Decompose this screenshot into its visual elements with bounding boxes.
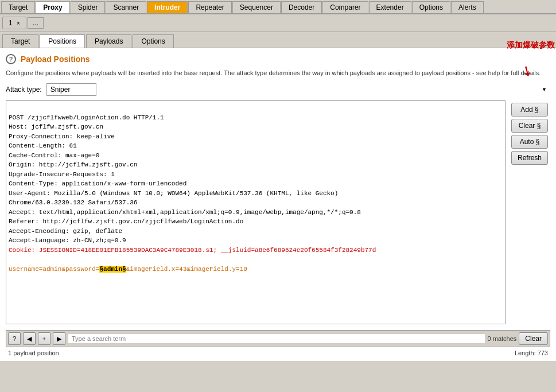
add-section-button[interactable]: Add § [511, 103, 548, 117]
annotation-arrow: ➘ [518, 61, 536, 81]
request-param-line-prefix: username=admin&password= [9, 266, 99, 273]
attack-type-select[interactable]: Sniper Battering ram Pitchfork Cluster b… [46, 83, 96, 96]
sub-tab-positions[interactable]: Positions [40, 34, 85, 48]
section-header: ? Payload Positions [6, 54, 550, 64]
sub-tabs: Target Positions Payloads Options [0, 32, 556, 48]
top-nav: Target Proxy Spider Scanner Intruder Rep… [0, 0, 556, 14]
section-description: Configure the positions where payloads w… [6, 69, 550, 77]
search-prev-button[interactable]: ? [8, 332, 21, 345]
search-back-button[interactable]: ◀ [23, 332, 36, 345]
secondary-row: 1 × ... [0, 14, 556, 32]
section-title: Payload Positions [21, 55, 90, 64]
tab-scanner[interactable]: Scanner [106, 1, 146, 13]
tab-comparer[interactable]: Comparer [322, 1, 368, 13]
search-clear-button[interactable]: Clear [519, 332, 548, 345]
request-cookie-line: Cookie: JSESSIONID=418EE01EFB185539DAC3A… [9, 247, 376, 254]
tab-repeater[interactable]: Repeater [188, 1, 231, 13]
attack-type-label: Attack type: [6, 86, 42, 94]
request-editor[interactable]: POST /zjjcflfwweb/LoginAction.do HTTP/1.… [6, 101, 505, 324]
session-tab-1-label: 1 [9, 19, 13, 27]
attack-type-select-wrapper: Sniper Battering ram Pitchfork Cluster b… [46, 83, 550, 96]
auto-section-button[interactable]: Auto § [511, 135, 548, 149]
search-bar: ? ◀ + ▶ 0 matches Clear [6, 330, 550, 347]
side-buttons: Add § Clear § Auto § Refresh [509, 100, 550, 328]
search-matches: 0 matches [488, 335, 517, 342]
sub-tab-target[interactable]: Target [2, 34, 38, 48]
session-tab-1-close[interactable]: × [17, 20, 20, 26]
annotation-text: 添加爆破参数 [507, 40, 555, 51]
tab-alerts[interactable]: Alerts [451, 1, 484, 13]
tab-decoder[interactable]: Decoder [281, 1, 322, 13]
help-icon[interactable]: ? [6, 54, 16, 64]
refresh-button[interactable]: Refresh [511, 151, 548, 165]
search-fwd-button[interactable]: ▶ [53, 332, 65, 345]
payload-count: 1 payload position [8, 350, 59, 356]
attack-type-row: 添加爆破参数 ➘ Attack type: Sniper Battering r… [6, 83, 550, 96]
request-line-1: POST /zjjcflfwweb/LoginAction.do HTTP/1.… [9, 114, 361, 244]
tab-target[interactable]: Target [1, 1, 35, 13]
search-input[interactable] [68, 333, 485, 344]
clear-section-button[interactable]: Clear § [511, 119, 548, 133]
search-add-button[interactable]: + [38, 332, 50, 345]
tab-extender[interactable]: Extender [369, 1, 411, 13]
tab-intruder[interactable]: Intruder [147, 1, 188, 13]
tab-sequencer[interactable]: Sequencer [232, 1, 281, 13]
request-length: Length: 773 [515, 350, 548, 356]
sub-tab-options[interactable]: Options [133, 34, 173, 48]
sub-tab-payloads[interactable]: Payloads [86, 34, 131, 48]
tab-more-button[interactable]: ... [28, 17, 44, 29]
status-bar: 1 payload position Length: 773 [6, 347, 550, 359]
request-param-line-suffix: &imageField.x=43&imageField.y=10 [126, 266, 247, 273]
tab-options[interactable]: Options [412, 1, 450, 13]
tab-spider[interactable]: Spider [71, 1, 106, 13]
tab-proxy[interactable]: Proxy [36, 1, 69, 13]
request-param-highlight: §admin§ [99, 266, 126, 273]
session-tab-1[interactable]: 1 × [2, 17, 26, 29]
